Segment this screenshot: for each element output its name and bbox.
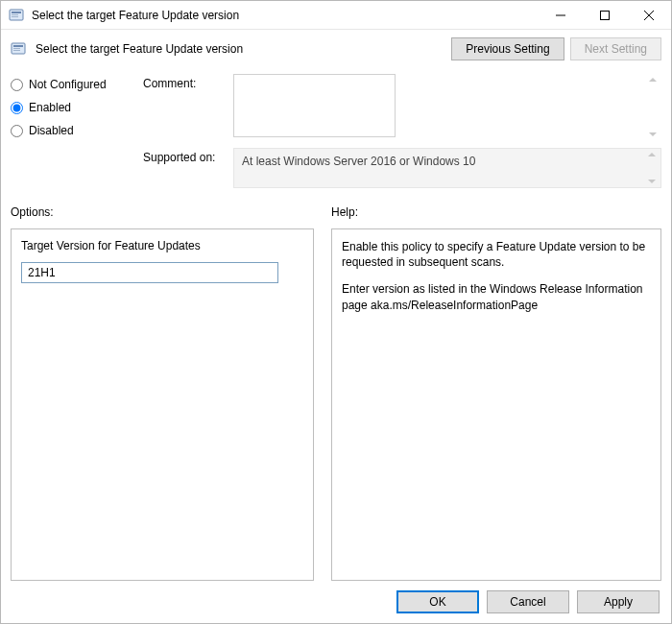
supported-scroll-icon xyxy=(648,153,658,183)
comment-row: Comment: xyxy=(143,74,661,140)
radio-not-configured[interactable]: Not Configured xyxy=(11,78,133,91)
svg-rect-11 xyxy=(13,50,20,51)
fields-column: Comment: Supported on: At least Windows … xyxy=(143,74,661,188)
svg-rect-9 xyxy=(13,45,23,47)
svg-rect-10 xyxy=(13,48,20,49)
svg-rect-5 xyxy=(601,11,610,19)
radio-enabled[interactable]: Enabled xyxy=(11,101,133,114)
policy-icon xyxy=(11,41,26,57)
svg-rect-2 xyxy=(12,14,18,15)
cancel-button[interactable]: Cancel xyxy=(487,590,569,613)
svg-rect-1 xyxy=(12,12,21,13)
radio-disabled-label: Disabled xyxy=(29,124,74,137)
panels: Target Version for Feature Updates Enabl… xyxy=(1,223,671,581)
comment-input[interactable] xyxy=(233,74,396,137)
svg-rect-3 xyxy=(12,16,18,17)
close-button[interactable] xyxy=(627,1,671,29)
minimize-button[interactable] xyxy=(539,1,583,29)
window-controls xyxy=(539,1,671,29)
target-version-input[interactable] xyxy=(21,262,278,283)
titlebar: Select the target Feature Update version xyxy=(1,1,671,30)
nav-buttons: Previous Setting Next Setting xyxy=(451,37,661,60)
apply-button[interactable]: Apply xyxy=(577,590,660,613)
state-radios: Not Configured Enabled Disabled xyxy=(11,74,133,188)
comment-label: Comment: xyxy=(143,74,226,140)
help-panel: Enable this policy to specify a Feature … xyxy=(331,228,661,581)
supported-value-box: At least Windows Server 2016 or Windows … xyxy=(233,148,661,188)
ok-button[interactable]: OK xyxy=(396,590,479,613)
comment-scroll-icon xyxy=(649,78,659,136)
radio-not-configured-label: Not Configured xyxy=(29,78,107,91)
previous-setting-button[interactable]: Previous Setting xyxy=(451,37,564,60)
dialog-window: Select the target Feature Update version… xyxy=(0,0,672,624)
radio-enabled-input[interactable] xyxy=(11,102,23,114)
help-title: Help: xyxy=(331,205,661,219)
target-version-label: Target Version for Feature Updates xyxy=(21,239,303,252)
radio-disabled[interactable]: Disabled xyxy=(11,124,133,137)
config-section: Not Configured Enabled Disabled Comment: xyxy=(1,68,671,188)
radio-enabled-label: Enabled xyxy=(29,101,71,114)
next-setting-button: Next Setting xyxy=(570,37,661,60)
panels-header: Options: Help: xyxy=(1,188,671,223)
window-title: Select the target Feature Update version xyxy=(32,9,539,22)
help-paragraph-1: Enable this policy to specify a Feature … xyxy=(342,239,651,270)
header-title: Select the target Feature Update version xyxy=(36,42,442,56)
header-row: Select the target Feature Update version… xyxy=(1,30,671,68)
maximize-button[interactable] xyxy=(583,1,627,29)
supported-value: At least Windows Server 2016 or Windows … xyxy=(242,155,475,168)
app-icon xyxy=(9,8,24,23)
radio-disabled-input[interactable] xyxy=(11,125,23,137)
help-paragraph-2: Enter version as listed in the Windows R… xyxy=(342,281,651,312)
supported-row: Supported on: At least Windows Server 20… xyxy=(143,148,661,188)
supported-label: Supported on: xyxy=(143,148,226,188)
footer: OK Cancel Apply xyxy=(1,581,671,623)
options-title: Options: xyxy=(11,205,314,219)
options-panel: Target Version for Feature Updates xyxy=(11,228,314,581)
radio-not-configured-input[interactable] xyxy=(11,79,23,91)
